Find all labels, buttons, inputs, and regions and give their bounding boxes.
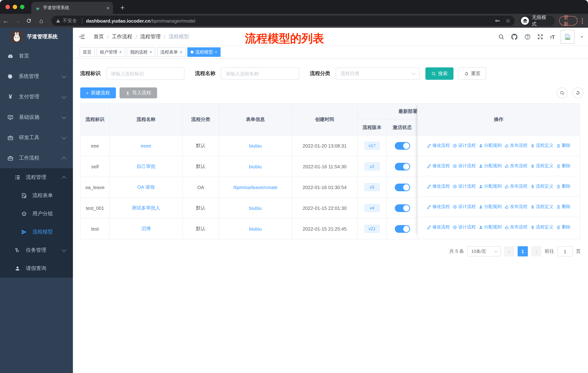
key-icon[interactable] — [495, 18, 501, 24]
goto-page-input[interactable] — [557, 246, 573, 256]
sidebar-item-system[interactable]: 系统管理 — [0, 66, 73, 87]
tag-close-icon[interactable]: × — [180, 50, 182, 55]
assign-rule-link[interactable]: 分配规则 — [479, 163, 502, 169]
design-process-link[interactable]: 设计流程 — [453, 204, 476, 210]
update-button[interactable]: 更新 — [559, 16, 578, 26]
publish-process-link[interactable]: 发布流程 — [504, 163, 527, 169]
cell-form-link[interactable]: biubiu — [219, 219, 292, 239]
delete-link[interactable]: 删除 — [556, 142, 570, 149]
avatar-caret-down-icon[interactable]: ▾ — [581, 34, 583, 39]
process-definition-link[interactable]: 流程定义 — [530, 204, 553, 210]
cell-name-link[interactable]: 滔博 — [110, 219, 183, 239]
minimize-window-button[interactable] — [13, 5, 17, 9]
fullscreen-icon[interactable] — [537, 33, 544, 40]
assign-rule-link[interactable]: 分配规则 — [479, 204, 502, 210]
sidebar-item-process-form[interactable]: 流程表单 — [0, 186, 73, 205]
process-key-input[interactable] — [106, 67, 184, 80]
edit-process-link[interactable]: 修改流程 — [427, 224, 450, 230]
tag-close-icon[interactable]: × — [215, 50, 217, 55]
cell-name-link[interactable]: 自己审批 — [110, 156, 183, 177]
active-toggle[interactable] — [395, 142, 410, 150]
tag-close-icon[interactable]: × — [119, 50, 122, 55]
design-process-link[interactable]: 设计流程 — [453, 224, 476, 230]
active-toggle[interactable] — [395, 163, 410, 170]
sidebar-item-infrastructure[interactable]: 基础设施 — [0, 107, 73, 128]
app-logo-row[interactable]: 芋道管理系统 — [0, 28, 73, 46]
design-process-link[interactable]: 设计流程 — [453, 163, 476, 169]
tag-my-process[interactable]: 我的流程 × — [127, 47, 155, 57]
process-definition-link[interactable]: 流程定义 — [530, 142, 553, 149]
refresh-table-button[interactable] — [572, 87, 583, 98]
tag-close-icon[interactable]: × — [149, 50, 152, 55]
import-process-button[interactable]: 导入流程 — [119, 87, 157, 98]
category-select[interactable]: 流程分类 — [336, 67, 420, 80]
tag-process-model[interactable]: 流程模型 × — [187, 47, 220, 57]
edit-process-link[interactable]: 修改流程 — [427, 142, 450, 149]
process-definition-link[interactable]: 流程定义 — [530, 163, 553, 169]
cell-name-link[interactable]: OA 请假 — [110, 177, 183, 197]
breadcrumb-item[interactable]: 工作流程 — [112, 33, 132, 40]
sidebar-item-workflow[interactable]: 工作流程 — [0, 148, 73, 168]
delete-link[interactable]: 删除 — [556, 204, 570, 210]
tag-process-form[interactable]: 流程表单 × — [157, 47, 186, 57]
process-definition-link[interactable]: 流程定义 — [530, 183, 553, 189]
active-toggle[interactable] — [395, 225, 410, 232]
forward-icon[interactable]: → — [11, 18, 23, 24]
publish-process-link[interactable]: 发布流程 — [504, 204, 527, 210]
edit-process-link[interactable]: 修改流程 — [427, 204, 450, 210]
breadcrumb-item[interactable]: 流程管理 — [140, 33, 161, 40]
bookmark-star-icon[interactable]: ☆ — [506, 18, 511, 24]
tab-close-icon[interactable]: × — [106, 5, 109, 10]
process-definition-link[interactable]: 流程定义 — [530, 224, 553, 230]
sidebar-item-devtools[interactable]: 研发工具 — [0, 128, 73, 148]
publish-process-link[interactable]: 发布流程 — [504, 183, 527, 189]
edit-process-link[interactable]: 修改流程 — [427, 183, 450, 189]
reload-icon[interactable] — [26, 18, 32, 24]
cell-form-link[interactable]: biubiu — [219, 156, 292, 177]
delete-link[interactable]: 删除 — [556, 183, 570, 189]
toggle-search-button[interactable] — [557, 87, 567, 98]
browser-menu-icon[interactable] — [582, 18, 583, 23]
sidebar-item-leave-query[interactable]: 请假查询 — [0, 259, 73, 278]
next-page-button[interactable]: › — [531, 246, 541, 256]
cell-form-link[interactable]: /bpm/oa/leave/create — [219, 177, 292, 197]
active-toggle[interactable] — [395, 183, 410, 191]
reset-button[interactable]: 重置 — [458, 67, 486, 80]
assign-rule-link[interactable]: 分配规则 — [479, 183, 502, 189]
cell-form-link[interactable]: biubiu — [219, 135, 292, 156]
page-size-select[interactable]: 10条/页 — [467, 246, 501, 256]
collapse-sidebar-icon[interactable] — [79, 33, 85, 40]
active-toggle[interactable] — [395, 204, 410, 212]
search-button[interactable]: 搜索 — [425, 67, 453, 80]
design-process-link[interactable]: 设计流程 — [453, 142, 476, 149]
url-bar[interactable]: 不安全 dashboard.yudao.iocoder.cn/bpm/manag… — [51, 16, 515, 26]
avatar[interactable] — [561, 30, 575, 44]
assign-rule-link[interactable]: 分配规则 — [479, 224, 502, 230]
prev-page-button[interactable]: ‹ — [504, 246, 514, 256]
zoom-window-button[interactable] — [20, 5, 24, 9]
cell-name-link[interactable]: 测试多审批人 — [110, 198, 183, 218]
breadcrumb-item[interactable]: 首页 — [94, 33, 104, 40]
edit-process-link[interactable]: 修改流程 — [427, 163, 450, 169]
home-icon[interactable]: ⌂ — [36, 18, 47, 24]
browser-tab[interactable]: 芋道管理系统 × — [31, 2, 113, 14]
search-icon[interactable] — [498, 33, 504, 40]
tag-home[interactable]: 首页 — [79, 47, 95, 57]
current-page-button[interactable]: 1 — [518, 246, 528, 256]
publish-process-link[interactable]: 发布流程 — [504, 224, 527, 230]
sidebar-item-task-management[interactable]: 任务管理 — [0, 241, 73, 259]
create-process-button[interactable]: + 新建流程 — [80, 87, 116, 98]
github-icon[interactable] — [511, 33, 518, 40]
sidebar-item-process-model[interactable]: 流程模型 — [0, 223, 73, 241]
sidebar-item-payment[interactable]: ¥ 支付管理 — [0, 87, 73, 107]
new-tab-button[interactable]: + — [120, 3, 125, 12]
delete-link[interactable]: 删除 — [556, 163, 570, 169]
font-size-icon[interactable]: TT — [550, 34, 555, 40]
design-process-link[interactable]: 设计流程 — [453, 183, 476, 189]
back-icon[interactable]: ← — [0, 18, 11, 24]
assign-rule-link[interactable]: 分配规则 — [479, 142, 502, 149]
help-icon[interactable] — [524, 33, 531, 40]
sidebar-item-home[interactable]: 首页 — [0, 46, 73, 66]
tag-tenant[interactable]: 租户管理 × — [97, 47, 125, 57]
process-name-input[interactable] — [221, 67, 299, 80]
